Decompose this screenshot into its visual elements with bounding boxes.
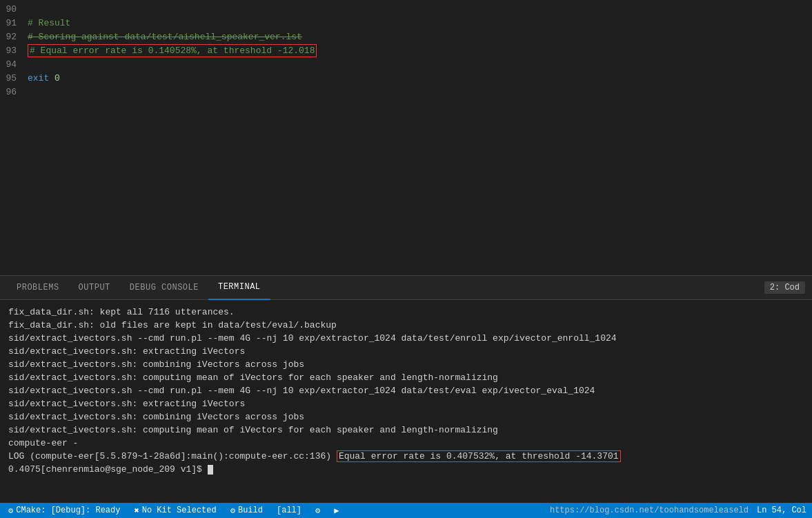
status-bar-left: ⚙ CMake: [Debug]: Ready ✖ No Kit Selecte… (6, 506, 341, 516)
panel: PROBLEMS OUTPUT DEBUG CONSOLE TERMINAL 2… (0, 275, 812, 503)
terminal-prompt-line: 0.4075[chenrenmiao@sge_node_209 v1]$ (8, 463, 804, 476)
cmake-icon: ⚙ (8, 506, 13, 516)
panel-tabs: PROBLEMS OUTPUT DEBUG CONSOLE TERMINAL 2… (0, 276, 812, 300)
terminal-line-11: compute-eer - (8, 437, 804, 450)
status-all[interactable]: [all] (274, 506, 304, 515)
status-cmake[interactable]: ⚙ CMake: [Debug]: Ready (6, 506, 123, 516)
line-95-content: exit 0 (28, 72, 812, 86)
terminal-line-10: sid/extract_ivectors.sh: computing mean … (8, 424, 804, 437)
terminal-line-9: sid/extract_ivectors.sh: combining iVect… (8, 410, 804, 424)
code-line-96: 96 (0, 86, 812, 99)
terminal-line-6: sid/extract_ivectors.sh: computing mean … (8, 371, 804, 384)
status-play[interactable]: ⚙ (313, 506, 323, 516)
terminal-line-12: LOG (compute-eer[5.5.879~1-28a6d]:main()… (8, 450, 804, 463)
panel-tabs-left: PROBLEMS OUTPUT DEBUG CONSOLE TERMINAL (7, 276, 270, 300)
tab-debug-console[interactable]: DEBUG CONSOLE (120, 276, 208, 300)
terminal-cursor (208, 465, 213, 475)
play-icon: ⚙ (315, 506, 320, 516)
terminal-line-7: sid/extract_ivectors.sh --cmd run.pl --m… (8, 384, 804, 397)
tab-problems[interactable]: PROBLEMS (7, 276, 69, 300)
code-line-92: 92 # Scoring against data/test/aishell_s… (0, 30, 812, 44)
terminal-highlight: Equal error rate is 0.407532%, at thresh… (337, 450, 621, 462)
terminal-line-5: sid/extract_ivectors.sh: combining iVect… (8, 358, 804, 371)
terminal-line-4: sid/extract_ivectors.sh: extracting iVec… (8, 345, 804, 358)
tab-output[interactable]: OUTPUT (69, 276, 120, 300)
wrench-icon: ✖ (134, 506, 139, 516)
all-label: [all] (277, 506, 301, 515)
url-label: https://blog.csdn.net/toohandsomeleaseld (550, 506, 749, 515)
terminal-line-1: fix_data_dir.sh: kept all 7116 utterance… (8, 306, 804, 319)
status-bar: ⚙ CMake: [Debug]: Ready ✖ No Kit Selecte… (0, 503, 812, 518)
code-line-93: 93 # Equal error rate is 0.140528%, at t… (0, 44, 812, 58)
line-91-content: # Result (28, 17, 812, 30)
code-line-90: 90 (0, 3, 812, 17)
run-icon: ▶ (334, 506, 339, 516)
panel-label: 2: Cod (764, 281, 805, 294)
line-93-content: # Equal error rate is 0.140528%, at thre… (28, 44, 812, 58)
status-no-kit[interactable]: ✖ No Kit Selected (131, 506, 219, 516)
code-line-94: 94 (0, 58, 812, 72)
line-92-content: # Scoring against data/test/aishell_spea… (28, 30, 812, 44)
editor-area: 90 91 # Result 92 # Scoring against data… (0, 0, 812, 275)
code-line-95: 95 exit 0 (0, 72, 812, 86)
status-bar-right: https://blog.csdn.net/toohandsomeleaseld… (550, 506, 806, 515)
status-build[interactable]: ⚙ Build (228, 506, 266, 516)
status-run[interactable]: ▶ (331, 506, 341, 516)
cmake-label: CMake: [Debug]: Ready (16, 506, 120, 515)
terminal-line-3: sid/extract_ivectors.sh --cmd run.pl --m… (8, 332, 804, 345)
terminal-content[interactable]: fix_data_dir.sh: kept all 7116 utterance… (0, 300, 812, 503)
code-line-91: 91 # Result (0, 17, 812, 30)
gear-icon: ⚙ (230, 506, 235, 516)
build-label: Build (238, 506, 263, 515)
position-label: Ln 54, Col (757, 506, 806, 515)
tab-terminal[interactable]: TERMINAL (208, 276, 270, 300)
terminal-line-8: sid/extract_ivectors.sh: extracting iVec… (8, 397, 804, 410)
no-kit-label: No Kit Selected (142, 506, 217, 515)
terminal-line-2: fix_data_dir.sh: old files are kept in d… (8, 319, 804, 332)
